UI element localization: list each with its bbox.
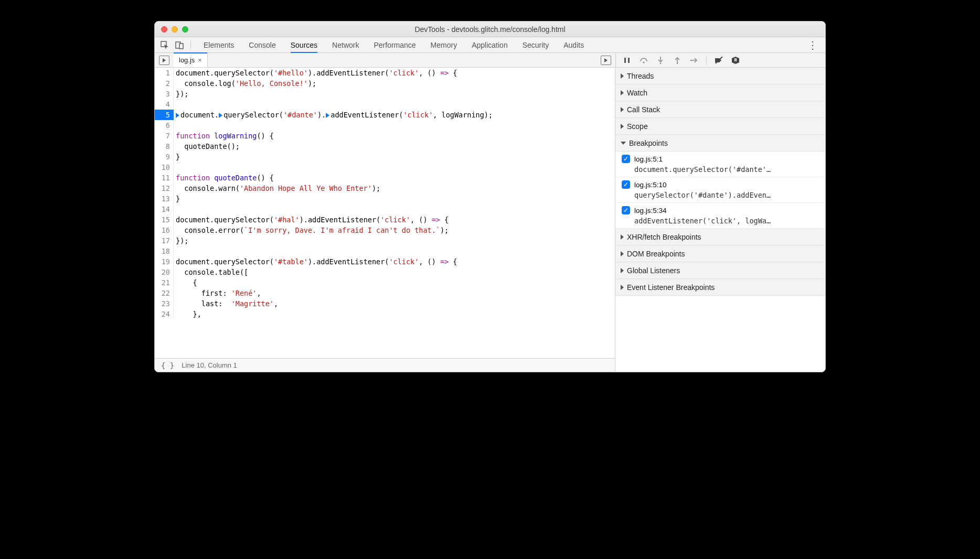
breakpoint-item[interactable]: ✓log.js:5:34addEventListener('click', lo…: [615, 203, 825, 229]
tab-elements[interactable]: Elements: [196, 37, 241, 52]
code-line[interactable]: 23 last: 'Magritte',: [155, 298, 615, 309]
code-line[interactable]: 8 quoteDante();: [155, 141, 615, 152]
code-line[interactable]: 2 console.log('Hello, Console!');: [155, 78, 615, 89]
code-line[interactable]: 1document.querySelector('#hello').addEve…: [155, 68, 615, 78]
section-breakpoints[interactable]: Breakpoints: [615, 135, 825, 152]
section-global-listeners[interactable]: Global Listeners: [615, 262, 825, 279]
step-icon[interactable]: [689, 56, 699, 65]
code-line[interactable]: 21 {: [155, 277, 615, 288]
show-debugger-icon[interactable]: [601, 56, 611, 65]
gutter-line-number[interactable]: 11: [155, 173, 174, 183]
gutter-line-number[interactable]: 7: [155, 131, 174, 141]
code-line[interactable]: 16 console.error(`I'm sorry, Dave. I'm a…: [155, 225, 615, 235]
gutter-line-number[interactable]: 21: [155, 277, 174, 288]
code-text: document.querySelector('#table').addEven…: [174, 256, 615, 267]
code-text: },: [174, 309, 615, 319]
pause-on-exceptions-icon[interactable]: [731, 56, 740, 65]
tab-memory[interactable]: Memory: [423, 37, 465, 52]
code-text: quoteDante();: [174, 141, 615, 152]
code-line[interactable]: 19document.querySelector('#table').addEv…: [155, 256, 615, 267]
section-event-listener-breakpoints[interactable]: Event Listener Breakpoints: [615, 279, 825, 296]
gutter-line-number[interactable]: 6: [155, 120, 174, 131]
code-line[interactable]: 15document.querySelector('#hal').addEven…: [155, 214, 615, 225]
code-line[interactable]: 3});: [155, 89, 615, 99]
gutter-line-number[interactable]: 8: [155, 141, 174, 152]
gutter-line-number[interactable]: 17: [155, 235, 174, 246]
gutter-line-number[interactable]: 1: [155, 68, 174, 78]
gutter-line-number[interactable]: 22: [155, 288, 174, 298]
code-line[interactable]: 6: [155, 120, 615, 131]
breakpoint-item[interactable]: ✓log.js:5:10querySelector('#dante').addE…: [615, 177, 825, 203]
gutter-line-number[interactable]: 19: [155, 256, 174, 267]
pretty-print-icon[interactable]: { }: [161, 361, 174, 370]
gutter-line-number[interactable]: 18: [155, 246, 174, 256]
code-line[interactable]: 7function logWarning() {: [155, 131, 615, 141]
gutter-line-number[interactable]: 4: [155, 99, 174, 110]
code-line[interactable]: 13}: [155, 194, 615, 204]
code-line[interactable]: 17});: [155, 235, 615, 246]
code-line[interactable]: 22 first: 'René',: [155, 288, 615, 298]
gutter-line-number[interactable]: 12: [155, 183, 174, 194]
gutter-line-number[interactable]: 13: [155, 194, 174, 204]
zoom-window-button[interactable]: [182, 26, 188, 33]
code-editor[interactable]: 1document.querySelector('#hello').addEve…: [155, 68, 615, 372]
step-into-icon[interactable]: [656, 56, 665, 65]
breakpoint-location: log.js:5:1: [634, 155, 663, 163]
code-line[interactable]: 24 },: [155, 309, 615, 319]
code-line[interactable]: 9}: [155, 152, 615, 162]
gutter-line-number[interactable]: 10: [155, 162, 174, 173]
code-line[interactable]: 5document.querySelector('#dante').addEve…: [155, 110, 615, 120]
gutter-line-number[interactable]: 2: [155, 78, 174, 89]
code-line[interactable]: 12 console.warn('Abandon Hope All Ye Who…: [155, 183, 615, 194]
gutter-line-number[interactable]: 3: [155, 89, 174, 99]
code-line[interactable]: 18: [155, 246, 615, 256]
section-xhr-breakpoints[interactable]: XHR/fetch Breakpoints: [615, 229, 825, 245]
close-window-button[interactable]: [161, 26, 167, 33]
tab-console[interactable]: Console: [241, 37, 283, 52]
section-scope[interactable]: Scope: [615, 118, 825, 135]
gutter-line-number[interactable]: 15: [155, 214, 174, 225]
tab-application[interactable]: Application: [464, 37, 515, 52]
gutter-line-number[interactable]: 23: [155, 298, 174, 309]
svg-rect-12: [736, 58, 737, 61]
more-menu-icon[interactable]: ⋮: [804, 39, 821, 51]
breakpoint-checkbox[interactable]: ✓: [622, 155, 630, 163]
window-title: DevTools - devtools.glitch.me/console/lo…: [414, 25, 565, 34]
breakpoint-item[interactable]: ✓log.js:5:1document.querySelector('#dant…: [615, 152, 825, 177]
show-navigator-icon[interactable]: [159, 56, 169, 65]
step-over-icon[interactable]: [639, 56, 648, 65]
svg-marker-10: [732, 57, 739, 64]
tab-network[interactable]: Network: [325, 37, 366, 52]
gutter-line-number[interactable]: 9: [155, 152, 174, 162]
gutter-line-number[interactable]: 24: [155, 309, 174, 319]
code-text: [174, 162, 615, 173]
section-call-stack[interactable]: Call Stack: [615, 101, 825, 118]
close-file-tab-icon[interactable]: ×: [198, 56, 202, 64]
gutter-line-number[interactable]: 20: [155, 267, 174, 277]
code-line[interactable]: 20 console.table([: [155, 267, 615, 277]
section-dom-breakpoints[interactable]: DOM Breakpoints: [615, 245, 825, 262]
tab-performance[interactable]: Performance: [366, 37, 423, 52]
code-line[interactable]: 11function quoteDante() {: [155, 173, 615, 183]
step-out-icon[interactable]: [673, 56, 682, 65]
breakpoint-checkbox[interactable]: ✓: [622, 206, 630, 214]
gutter-line-number[interactable]: 5: [155, 110, 174, 120]
device-toolbar-icon[interactable]: [174, 39, 185, 51]
breakpoint-checkbox[interactable]: ✓: [622, 180, 630, 189]
pause-icon[interactable]: [622, 56, 632, 65]
section-threads[interactable]: Threads: [615, 68, 825, 84]
code-text: [174, 204, 615, 214]
gutter-line-number[interactable]: 14: [155, 204, 174, 214]
tab-sources[interactable]: Sources: [283, 37, 325, 52]
code-line[interactable]: 14: [155, 204, 615, 214]
file-tab[interactable]: log.js ×: [174, 53, 208, 67]
tab-audits[interactable]: Audits: [556, 37, 591, 52]
tab-security[interactable]: Security: [515, 37, 557, 52]
minimize-window-button[interactable]: [172, 26, 178, 33]
deactivate-breakpoints-icon[interactable]: [714, 56, 723, 65]
code-line[interactable]: 4: [155, 99, 615, 110]
inspect-element-icon[interactable]: [159, 39, 171, 51]
code-line[interactable]: 10: [155, 162, 615, 173]
section-watch[interactable]: Watch: [615, 84, 825, 101]
gutter-line-number[interactable]: 16: [155, 225, 174, 235]
